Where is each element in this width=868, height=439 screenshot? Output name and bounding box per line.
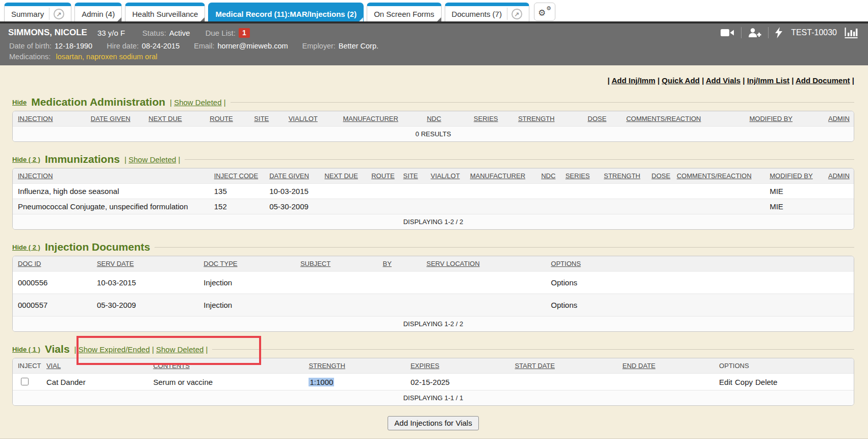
column-header-series[interactable]: SERIES [474, 111, 518, 127]
column-header-comments-reaction[interactable]: COMMENTS/REACTION [626, 111, 750, 127]
demographic-field: Hire date:08-24-2015 [107, 42, 180, 50]
tab-on-screen-forms[interactable]: On Screen Forms [367, 3, 441, 21]
action-link-add-inj-imm[interactable]: Add Inj/Imm [611, 76, 655, 85]
hide-link[interactable]: Hide ( 2 ) [12, 243, 40, 251]
section-link-show-deleted[interactable]: Show Deleted [129, 155, 176, 164]
due-list-badge[interactable]: 1 [239, 28, 250, 38]
column-header-strength[interactable]: STRENGTH [518, 111, 588, 127]
column-header-date-given[interactable]: DATE GIVEN [269, 168, 324, 184]
column-header-manufacturer[interactable]: MANUFACTURER [470, 168, 542, 184]
cell: MIE [770, 184, 828, 199]
cell [470, 184, 542, 199]
column-header-site[interactable]: SITE [403, 168, 431, 184]
column-header-serv-location[interactable]: SERV LOCATION [426, 256, 551, 272]
section-link-show-deleted[interactable]: Show Deleted [174, 98, 221, 107]
cell [383, 272, 427, 294]
hide-link[interactable]: Hide ( 2 ) [12, 156, 40, 163]
header-row: INJECTVIALCONTENTSSTRENGTHEXPIRESSTART D… [13, 358, 854, 374]
column-header-expires[interactable]: EXPIRES [411, 358, 515, 374]
column-header-by[interactable]: BY [383, 256, 427, 272]
column-header-strength[interactable]: STRENGTH [309, 358, 411, 374]
hide-link[interactable]: Hide ( 1 ) [12, 346, 40, 353]
patient-id: TEST-10030 [791, 28, 837, 37]
add-user-icon[interactable] [748, 28, 761, 38]
column-header-subject[interactable]: SUBJECT [300, 256, 383, 272]
cell [604, 199, 652, 214]
cell: 0000556 [13, 272, 97, 294]
video-call-icon[interactable] [720, 28, 734, 38]
column-header-inject-code[interactable]: INJECT CODE [214, 168, 269, 184]
column-header-vial-lot[interactable]: VIAL/LOT [289, 111, 343, 127]
column-header-modified-by[interactable]: MODIFIED BY [770, 168, 828, 184]
tab-medical-record-11-mar-injections-2[interactable]: Medical Record (11):MAR/Injections (2) [208, 3, 364, 21]
vials-action-row: Add Injections for Vials [12, 416, 854, 430]
medication-link-losartan[interactable]: losartan [56, 53, 82, 61]
column-header-injection[interactable]: INJECTION [13, 168, 214, 184]
section-link-show-expired-ended[interactable]: Show Expired/Ended [79, 345, 150, 354]
column-header-manufacturer[interactable]: MANUFACTURER [343, 111, 427, 127]
action-link-inj-imm-list[interactable]: Inj/Imm List [747, 76, 789, 85]
column-header-serv-date[interactable]: SERV DATE [97, 256, 203, 272]
column-header-options[interactable]: OPTIONS [551, 256, 854, 272]
quick-action-bolt-icon[interactable] [775, 27, 782, 38]
column-header-options: OPTIONS [719, 358, 854, 374]
column-header-vial-lot[interactable]: VIAL/LOT [431, 168, 470, 184]
injection-documents-table-wrap: DOC IDSERV DATEDOC TYPESUBJECTBYSERV LOC… [12, 256, 854, 332]
column-header-route[interactable]: ROUTE [371, 168, 403, 184]
patient-summary-row: SIMMONS, NICOLE 33 y/o F Status: Active … [8, 27, 860, 38]
action-link-quick-add[interactable]: Quick Add [662, 76, 700, 85]
column-header-modified-by[interactable]: MODIFIED BY [750, 111, 828, 127]
column-header-site[interactable]: SITE [254, 111, 288, 127]
tab-admin-4[interactable]: Admin (4) [74, 3, 122, 21]
copy-link[interactable]: Copy [735, 378, 753, 386]
popout-icon[interactable]: ↗ [512, 9, 522, 19]
chart-settings-button[interactable]: ⚙ ⚙ [534, 3, 555, 21]
column-header-dose[interactable]: DOSE [652, 168, 677, 184]
column-header-ndc[interactable]: NDC [427, 111, 474, 127]
tab-health-surveillance[interactable]: Health Surveillance [125, 3, 205, 21]
row-select-checkbox[interactable] [21, 378, 29, 385]
options-link[interactable]: Options [551, 301, 577, 309]
action-link-add-document[interactable]: Add Document [796, 76, 850, 85]
column-header-admin[interactable]: ADMIN [828, 111, 854, 127]
hide-link[interactable]: Hide [12, 99, 27, 106]
column-header-strength[interactable]: STRENGTH [604, 168, 652, 184]
column-header-doc-type[interactable]: DOC TYPE [203, 256, 300, 272]
action-links-bar: | Add Inj/Imm | Quick Add | Add Vials | … [12, 76, 854, 85]
section-links: | Show Expired/Ended | Show Deleted | [74, 345, 208, 354]
flowsheet-chart-icon[interactable] [845, 27, 858, 38]
popout-icon[interactable]: ↗ [54, 9, 64, 19]
column-header-dose[interactable]: DOSE [588, 111, 626, 127]
gear-icon: ⚙ [538, 8, 546, 18]
add-injections-for-vials-button[interactable]: Add Injections for Vials [388, 416, 478, 430]
section-link-show-deleted[interactable]: Show Deleted [156, 345, 203, 354]
column-header-next-due[interactable]: NEXT DUE [324, 168, 371, 184]
column-header-admin[interactable]: ADMIN [828, 168, 854, 184]
column-header-doc-id[interactable]: DOC ID [13, 256, 97, 272]
column-header-comments-reaction[interactable]: COMMENTS/REACTION [677, 168, 770, 184]
options-link[interactable]: Options [551, 278, 577, 287]
column-header-end-date[interactable]: END DATE [622, 358, 719, 374]
column-header-injection[interactable]: INJECTION [13, 111, 91, 127]
medication-link-naproxen-sodium-oral[interactable]: naproxen sodium oral [86, 53, 157, 61]
cell [403, 184, 431, 199]
table-footer-row: 0 RESULTS [13, 127, 854, 142]
table-footer-row: DISPLAYING 1-2 / 2 [13, 316, 854, 332]
tab-summary[interactable]: Summary↗ [4, 3, 71, 21]
column-header-start-date[interactable]: START DATE [515, 358, 622, 374]
action-link-add-vials[interactable]: Add Vials [706, 76, 741, 85]
column-header-next-due[interactable]: NEXT DUE [148, 111, 210, 127]
section-immunizations: Hide ( 2 ) Immunizations | Show Deleted … [12, 153, 854, 230]
cell [371, 184, 403, 199]
tab-label: Medical Record (11):MAR/Injections (2) [215, 10, 356, 18]
column-header-vial[interactable]: VIAL [46, 358, 153, 374]
column-header-ndc[interactable]: NDC [541, 168, 566, 184]
section-rule [185, 159, 854, 160]
tab-documents-7[interactable]: Documents (7)↗ [445, 3, 529, 21]
column-header-series[interactable]: SERIES [566, 168, 604, 184]
column-header-route[interactable]: ROUTE [210, 111, 254, 127]
column-header-date-given[interactable]: DATE GIVEN [91, 111, 149, 127]
delete-link[interactable]: Delete [755, 378, 777, 386]
column-header-contents[interactable]: CONTENTS [153, 358, 309, 374]
edit-link[interactable]: Edit [719, 378, 732, 386]
